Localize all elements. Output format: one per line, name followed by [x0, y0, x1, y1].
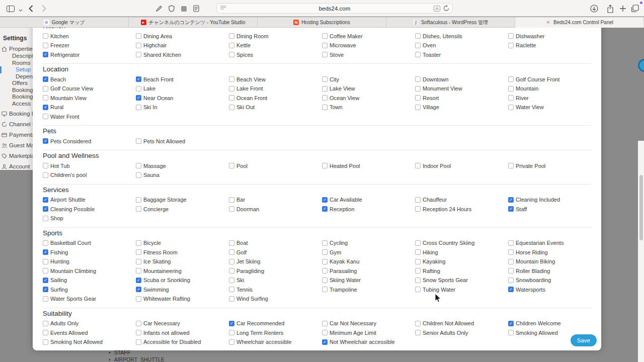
unchecked-checkbox-icon[interactable]	[136, 105, 141, 110]
unchecked-checkbox-icon[interactable]	[229, 86, 234, 92]
checkbox-mountain-biking[interactable]: Mountain Biking	[508, 258, 591, 265]
checkbox-cross-country-skiing[interactable]: Cross Country Skiing	[415, 240, 508, 246]
unchecked-checkbox-icon[interactable]	[322, 321, 328, 326]
checkbox-dining-area[interactable]: Dining Area	[136, 33, 229, 39]
checkbox-infants-not-allowed[interactable]: Infants not allowed	[136, 329, 229, 336]
unchecked-checkbox-icon[interactable]	[229, 105, 234, 110]
unchecked-checkbox-icon[interactable]	[322, 76, 328, 82]
unchecked-checkbox-icon[interactable]	[415, 163, 421, 168]
checked-checkbox-icon[interactable]: ✓	[43, 105, 48, 110]
checkbox-coffee-maker[interactable]: Coffee Maker	[322, 33, 415, 39]
browser-tab-softaculous-wordpress[interactable]: ∫Softaculous - WordPress 管理	[386, 17, 515, 28]
unchecked-checkbox-icon[interactable]	[229, 249, 234, 255]
checkbox-senior-adults-only[interactable]: Senior Adults Only	[415, 329, 508, 336]
checkbox-kayak-kanu[interactable]: Kayak Kanu	[322, 258, 415, 265]
checkbox-parasailing[interactable]: Parasailing	[322, 267, 415, 274]
unchecked-checkbox-icon[interactable]	[322, 163, 328, 168]
unchecked-checkbox-icon[interactable]	[322, 240, 328, 246]
unchecked-checkbox-icon[interactable]	[43, 86, 48, 92]
unchecked-checkbox-icon[interactable]	[136, 321, 141, 326]
checkbox-indoor-pool[interactable]: Indoor Pool	[415, 162, 508, 169]
unchecked-checkbox-icon[interactable]	[229, 278, 234, 283]
checkbox-car-necessary[interactable]: Car Necessary	[136, 320, 229, 327]
unchecked-checkbox-icon[interactable]	[43, 321, 48, 326]
unchecked-checkbox-icon[interactable]	[136, 163, 141, 168]
unchecked-checkbox-icon[interactable]	[508, 33, 514, 39]
checkbox-ski[interactable]: Ski	[229, 277, 322, 284]
unchecked-checkbox-icon[interactable]	[43, 268, 48, 274]
unchecked-checkbox-icon[interactable]	[43, 259, 48, 264]
unchecked-checkbox-icon[interactable]	[508, 268, 514, 274]
checkbox-swimming[interactable]: ✓Swimming	[136, 286, 229, 293]
checkbox-city[interactable]: City	[322, 76, 415, 82]
checkbox-water-view[interactable]: Water View	[508, 104, 591, 111]
checkbox-massage[interactable]: Massage	[136, 162, 229, 169]
unchecked-checkbox-icon[interactable]	[43, 339, 48, 345]
checked-checkbox-icon[interactable]: ✓	[136, 95, 141, 101]
privacy-shield-icon[interactable]	[167, 4, 176, 13]
checked-checkbox-icon[interactable]: ✓	[322, 339, 328, 345]
browser-tab-hosting-subscriptions[interactable]: NHosting Subscriptions	[258, 17, 386, 28]
checkbox-toaster[interactable]: Toaster	[415, 51, 508, 58]
unchecked-checkbox-icon[interactable]	[322, 43, 328, 48]
unchecked-checkbox-icon[interactable]	[415, 76, 421, 82]
checked-checkbox-icon[interactable]: ✓	[508, 321, 514, 326]
unchecked-checkbox-icon[interactable]	[229, 339, 234, 345]
unchecked-checkbox-icon[interactable]	[229, 76, 234, 82]
unchecked-checkbox-icon[interactable]	[229, 197, 234, 203]
checkbox-pets-considered[interactable]: ✓Pets Considered	[43, 138, 136, 144]
checkbox-cleaning-possible[interactable]: ✓Cleaning Possible	[43, 206, 136, 212]
checked-checkbox-icon[interactable]: ✓	[508, 287, 514, 292]
unchecked-checkbox-icon[interactable]	[136, 43, 141, 48]
checkbox-hiking[interactable]: Hiking	[415, 249, 508, 255]
checkbox-lake[interactable]: Lake	[136, 85, 229, 92]
help-bubble-button[interactable]	[638, 59, 644, 72]
checked-checkbox-icon[interactable]: ✓	[322, 206, 328, 212]
checkbox-mountain-view[interactable]: Mountain View	[43, 95, 136, 101]
checkbox-water-front[interactable]: Water Front	[43, 113, 136, 120]
unchecked-checkbox-icon[interactable]	[229, 240, 234, 246]
unchecked-checkbox-icon[interactable]	[322, 249, 328, 255]
unchecked-checkbox-icon[interactable]	[415, 105, 421, 110]
unchecked-checkbox-icon[interactable]	[229, 206, 234, 212]
checkbox-monument-view[interactable]: Monument View	[415, 85, 508, 92]
checked-checkbox-icon[interactable]: ✓	[136, 287, 141, 292]
unchecked-checkbox-icon[interactable]	[136, 138, 141, 144]
checkbox-baggage-storage[interactable]: Baggage Storage	[136, 197, 229, 203]
checkbox-freezer[interactable]: Freezer	[43, 42, 136, 49]
checkbox-car-not-necessary[interactable]: Car Not Necessary	[322, 320, 415, 327]
unchecked-checkbox-icon[interactable]	[136, 249, 141, 255]
checkbox-stove[interactable]: Stove	[322, 51, 415, 58]
checkbox-equestarian-events[interactable]: Equestarian Events	[508, 240, 591, 246]
unchecked-checkbox-icon[interactable]	[136, 259, 141, 264]
checked-checkbox-icon[interactable]: ✓	[229, 321, 234, 326]
unchecked-checkbox-icon[interactable]	[415, 240, 421, 246]
unchecked-checkbox-icon[interactable]	[415, 287, 421, 292]
unchecked-checkbox-icon[interactable]	[136, 172, 141, 178]
scrollbar-thumb[interactable]	[639, 175, 643, 240]
unchecked-checkbox-icon[interactable]	[229, 296, 234, 302]
checked-checkbox-icon[interactable]: ✓	[43, 76, 48, 82]
unchecked-checkbox-icon[interactable]	[508, 86, 514, 92]
checkbox-hunting[interactable]: Hunting	[43, 258, 136, 265]
markup-icon[interactable]	[154, 4, 164, 13]
checkbox-tennis[interactable]: Tennis	[229, 286, 322, 293]
unchecked-checkbox-icon[interactable]	[43, 330, 48, 335]
unchecked-checkbox-icon[interactable]	[43, 172, 48, 178]
checkbox-surfing[interactable]: ✓Surfing	[43, 286, 136, 293]
browser-tab-youtube-studio[interactable]: ▸チャンネルのコンテンツ - YouTube Studio	[129, 17, 258, 28]
unchecked-checkbox-icon[interactable]	[508, 240, 514, 246]
checked-checkbox-icon[interactable]: ✓	[508, 206, 514, 212]
unchecked-checkbox-icon[interactable]	[415, 259, 421, 264]
checkbox-roller-blading[interactable]: Roller Blading	[508, 267, 591, 274]
browser-tab-google[interactable]: GGoogle マップ	[0, 17, 129, 28]
checkbox-highchair[interactable]: Highchair	[136, 42, 229, 49]
unchecked-checkbox-icon[interactable]	[136, 268, 141, 274]
checkbox-private-pool[interactable]: Private Pool	[508, 162, 591, 169]
checkbox-cycling[interactable]: Cycling	[322, 240, 415, 246]
checkbox-mountaineering[interactable]: Mountaineering	[136, 267, 229, 274]
checkbox-kitchen[interactable]: Kitchen	[43, 33, 136, 39]
checkbox-car-recommended[interactable]: ✓Car Recommended	[229, 320, 322, 327]
checkbox-airport-shuttle[interactable]: ✓Airport Shuttle	[43, 197, 136, 203]
checkbox-fitness-room[interactable]: Fitness Room	[136, 249, 229, 255]
